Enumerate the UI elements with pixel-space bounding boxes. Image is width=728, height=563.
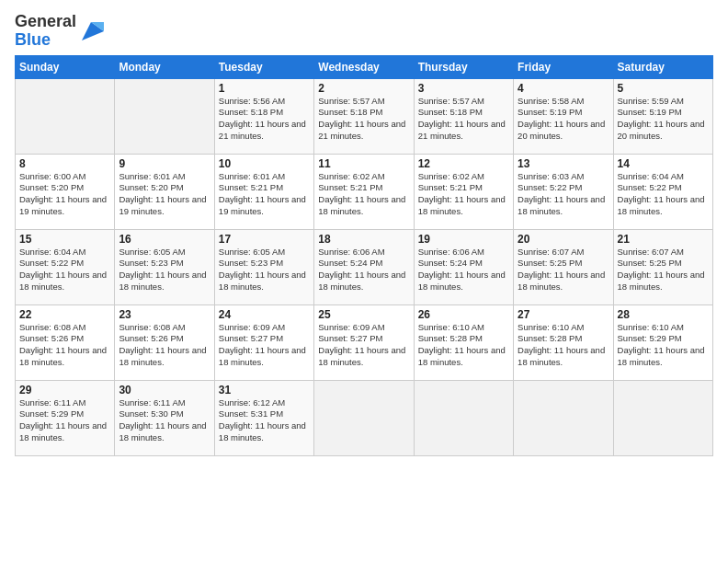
calendar-cell [514,380,613,455]
calendar-cell: 23Sunrise: 6:08 AMSunset: 5:26 PMDayligh… [115,304,214,380]
day-number: 31 [219,384,310,396]
calendar-cell: 21Sunrise: 6:07 AMSunset: 5:25 PMDayligh… [613,229,712,304]
calendar-cell: 25Sunrise: 6:09 AMSunset: 5:27 PMDayligh… [314,304,414,380]
day-number: 5 [618,82,709,95]
calendar-cell: 30Sunrise: 6:11 AMSunset: 5:30 PMDayligh… [115,380,214,455]
day-number: 14 [618,157,709,170]
calendar-cell: 11Sunrise: 6:02 AMSunset: 5:21 PMDayligh… [314,154,414,229]
calendar-cell: 19Sunrise: 6:06 AMSunset: 5:24 PMDayligh… [414,229,513,304]
calendar-cell: 5Sunrise: 5:59 AMSunset: 5:19 PMDaylight… [613,78,712,154]
day-number: 2 [318,82,409,95]
calendar-cell: 4Sunrise: 5:58 AMSunset: 5:19 PMDaylight… [514,78,613,154]
day-info: Sunrise: 5:57 AMSunset: 5:18 PMDaylight:… [318,96,409,143]
logo-blue: Blue [15,30,51,49]
calendar-cell: 31Sunrise: 6:12 AMSunset: 5:31 PMDayligh… [214,380,313,455]
day-info: Sunrise: 6:08 AMSunset: 5:26 PMDaylight:… [119,322,210,369]
day-number: 11 [318,157,409,170]
day-number: 21 [618,233,709,246]
logo-general: General [15,12,76,30]
day-number: 4 [518,82,609,95]
calendar-week-5: 29Sunrise: 6:11 AMSunset: 5:29 PMDayligh… [16,380,713,455]
day-number: 12 [418,157,509,170]
day-info: Sunrise: 6:05 AMSunset: 5:23 PMDaylight:… [219,247,310,293]
calendar-header-row: SundayMondayTuesdayWednesdayThursdayFrid… [16,55,713,78]
day-info: Sunrise: 6:10 AMSunset: 5:28 PMDaylight:… [418,322,509,369]
calendar-header-friday: Friday [514,55,613,78]
day-number: 20 [518,233,609,246]
day-number: 18 [318,233,409,246]
day-info: Sunrise: 6:11 AMSunset: 5:29 PMDaylight:… [19,397,110,444]
calendar-header-saturday: Saturday [613,55,712,78]
day-info: Sunrise: 6:07 AMSunset: 5:25 PMDaylight:… [618,247,709,293]
day-info: Sunrise: 5:57 AMSunset: 5:18 PMDaylight:… [418,96,509,143]
day-info: Sunrise: 6:06 AMSunset: 5:24 PMDaylight:… [418,247,509,293]
calendar-cell: 26Sunrise: 6:10 AMSunset: 5:28 PMDayligh… [414,304,513,380]
day-info: Sunrise: 6:10 AMSunset: 5:29 PMDaylight:… [618,322,709,369]
day-info: Sunrise: 6:06 AMSunset: 5:24 PMDaylight:… [318,247,409,293]
calendar-cell: 8Sunrise: 6:00 AMSunset: 5:20 PMDaylight… [16,154,115,229]
day-info: Sunrise: 5:56 AMSunset: 5:18 PMDaylight:… [219,96,310,143]
day-info: Sunrise: 6:00 AMSunset: 5:20 PMDaylight:… [19,171,110,218]
calendar-cell [16,78,115,154]
calendar-cell: 24Sunrise: 6:09 AMSunset: 5:27 PMDayligh… [214,304,313,380]
day-info: Sunrise: 6:01 AMSunset: 5:21 PMDaylight:… [219,171,310,218]
calendar-cell: 18Sunrise: 6:06 AMSunset: 5:24 PMDayligh… [314,229,414,304]
calendar-cell [115,78,214,154]
day-info: Sunrise: 6:04 AMSunset: 5:22 PMDaylight:… [618,171,709,218]
day-number: 19 [418,233,509,246]
day-number: 3 [418,82,509,95]
logo-text: General Blue [15,13,76,50]
calendar-cell: 9Sunrise: 6:01 AMSunset: 5:20 PMDaylight… [115,154,214,229]
day-number: 1 [219,82,310,95]
calendar-cell: 12Sunrise: 6:02 AMSunset: 5:21 PMDayligh… [414,154,513,229]
page-container: General Blue SundayMondayTuesdayWednesda… [0,0,728,464]
day-number: 8 [19,157,110,170]
day-info: Sunrise: 6:02 AMSunset: 5:21 PMDaylight:… [318,171,409,218]
day-info: Sunrise: 6:09 AMSunset: 5:27 PMDaylight:… [318,322,409,369]
calendar-cell [613,380,712,455]
calendar-cell: 1Sunrise: 5:56 AMSunset: 5:18 PMDaylight… [214,78,313,154]
calendar-cell: 13Sunrise: 6:03 AMSunset: 5:22 PMDayligh… [514,154,613,229]
calendar-cell [414,380,513,455]
day-number: 22 [19,308,110,321]
calendar-header-monday: Monday [115,55,214,78]
day-info: Sunrise: 6:01 AMSunset: 5:20 PMDaylight:… [119,171,210,218]
day-info: Sunrise: 5:59 AMSunset: 5:19 PMDaylight:… [618,96,709,143]
day-info: Sunrise: 6:10 AMSunset: 5:28 PMDaylight:… [518,322,609,369]
calendar-week-3: 15Sunrise: 6:04 AMSunset: 5:22 PMDayligh… [16,229,713,304]
day-number: 24 [219,308,310,321]
day-number: 26 [418,308,509,321]
calendar-table: SundayMondayTuesdayWednesdayThursdayFrid… [15,55,713,456]
calendar-header-sunday: Sunday [16,55,115,78]
calendar-week-1: 1Sunrise: 5:56 AMSunset: 5:18 PMDaylight… [16,78,713,154]
calendar-week-4: 22Sunrise: 6:08 AMSunset: 5:26 PMDayligh… [16,304,713,380]
calendar-cell: 3Sunrise: 5:57 AMSunset: 5:18 PMDaylight… [414,78,513,154]
day-number: 13 [518,157,609,170]
calendar-cell: 16Sunrise: 6:05 AMSunset: 5:23 PMDayligh… [115,229,214,304]
day-info: Sunrise: 6:11 AMSunset: 5:30 PMDaylight:… [119,397,210,444]
day-info: Sunrise: 6:04 AMSunset: 5:22 PMDaylight:… [19,247,110,293]
calendar-cell: 17Sunrise: 6:05 AMSunset: 5:23 PMDayligh… [214,229,313,304]
day-number: 28 [618,308,709,321]
header: General Blue [15,9,713,50]
calendar-cell [314,380,414,455]
calendar-header-thursday: Thursday [414,55,513,78]
day-number: 23 [119,308,210,321]
day-number: 16 [119,233,210,246]
calendar-cell: 10Sunrise: 6:01 AMSunset: 5:21 PMDayligh… [214,154,313,229]
day-info: Sunrise: 6:05 AMSunset: 5:23 PMDaylight:… [119,247,210,293]
day-info: Sunrise: 6:12 AMSunset: 5:31 PMDaylight:… [219,397,310,444]
calendar-cell: 27Sunrise: 6:10 AMSunset: 5:28 PMDayligh… [514,304,613,380]
day-info: Sunrise: 6:09 AMSunset: 5:27 PMDaylight:… [219,322,310,369]
calendar-cell: 2Sunrise: 5:57 AMSunset: 5:18 PMDaylight… [314,78,414,154]
day-info: Sunrise: 6:08 AMSunset: 5:26 PMDaylight:… [19,322,110,369]
day-number: 29 [19,384,110,396]
calendar-cell: 29Sunrise: 6:11 AMSunset: 5:29 PMDayligh… [16,380,115,455]
calendar-cell: 28Sunrise: 6:10 AMSunset: 5:29 PMDayligh… [613,304,712,380]
day-info: Sunrise: 6:07 AMSunset: 5:25 PMDaylight:… [518,247,609,293]
day-number: 27 [518,308,609,321]
calendar-header-tuesday: Tuesday [214,55,313,78]
logo-icon [78,18,104,44]
calendar-cell: 14Sunrise: 6:04 AMSunset: 5:22 PMDayligh… [613,154,712,229]
day-info: Sunrise: 6:02 AMSunset: 5:21 PMDaylight:… [418,171,509,218]
